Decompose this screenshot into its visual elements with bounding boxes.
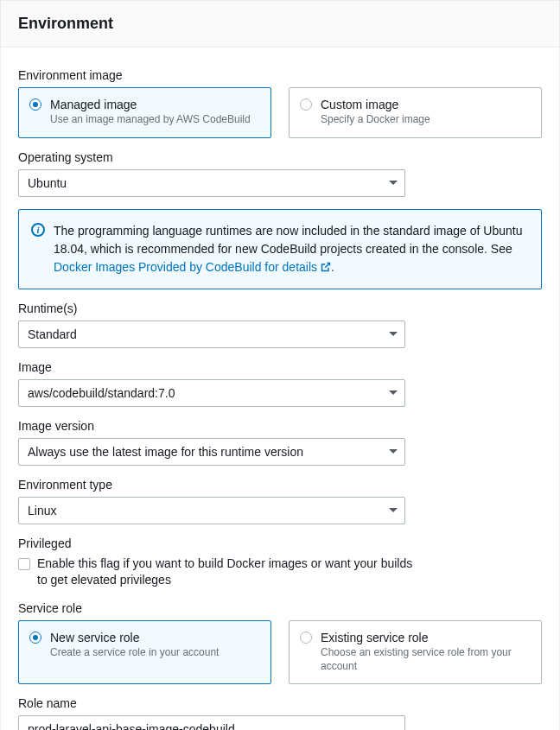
custom-image-desc: Specify a Docker image <box>321 113 430 127</box>
env-type-value: Linux <box>28 504 56 517</box>
managed-image-title: Managed image <box>50 97 251 112</box>
privileged-checkbox-row: Enable this flag if you want to build Do… <box>18 555 542 589</box>
privileged-group: Privileged Enable this flag if you want … <box>18 536 542 589</box>
runtime-value: Standard <box>28 327 77 341</box>
chevron-down-icon <box>389 449 398 454</box>
image-version-label: Image version <box>18 419 542 433</box>
os-select[interactable]: Ubuntu <box>18 169 405 197</box>
chevron-down-icon <box>389 390 398 395</box>
existing-service-role-title: Existing service role <box>321 630 531 645</box>
image-version-select[interactable]: Always use the latest image for this run… <box>18 438 405 466</box>
existing-service-role-desc: Choose an existing service role from you… <box>321 646 531 673</box>
chevron-down-icon <box>389 332 398 336</box>
role-name-group: Role name Type your service role name <box>18 696 542 730</box>
role-name-label: Role name <box>18 696 542 710</box>
custom-image-radio[interactable]: Custom image Specify a Docker image <box>289 87 542 138</box>
managed-image-desc: Use an image managed by AWS CodeBuild <box>50 113 251 127</box>
external-link-icon <box>321 262 331 272</box>
os-group: Operating system Ubuntu <box>18 150 542 197</box>
environment-panel: Environment Environment image Managed im… <box>0 0 560 730</box>
service-role-radio-row: New service role Create a service role i… <box>18 620 542 684</box>
env-type-select[interactable]: Linux <box>18 497 405 524</box>
role-name-input[interactable] <box>18 715 405 730</box>
runtime-group: Runtime(s) Standard <box>18 302 542 348</box>
radio-icon <box>300 98 312 111</box>
chevron-down-icon <box>389 508 398 512</box>
new-service-role-title: New service role <box>50 630 219 645</box>
env-type-group: Environment type Linux <box>18 478 542 524</box>
env-type-label: Environment type <box>18 478 542 492</box>
service-role-label: Service role <box>18 601 542 615</box>
os-label: Operating system <box>18 150 542 164</box>
image-value: aws/codebuild/standard:7.0 <box>28 386 175 400</box>
radio-icon <box>29 98 41 111</box>
managed-image-radio[interactable]: Managed image Use an image managed by AW… <box>18 87 271 138</box>
panel-title: Environment <box>18 15 542 33</box>
image-select[interactable]: aws/codebuild/standard:7.0 <box>18 379 405 407</box>
image-version-group: Image version Always use the latest imag… <box>18 419 542 466</box>
runtime-label: Runtime(s) <box>18 302 542 315</box>
radio-icon <box>300 632 312 644</box>
existing-service-role-radio[interactable]: Existing service role Choose an existing… <box>289 620 542 684</box>
image-label: Image <box>18 360 542 374</box>
runtime-select[interactable]: Standard <box>18 321 405 348</box>
info-icon: i <box>31 223 45 237</box>
info-text: The programming language runtimes are no… <box>54 222 527 276</box>
panel-body: Environment image Managed image Use an i… <box>1 48 559 730</box>
environment-image-radio-row: Managed image Use an image managed by AW… <box>18 87 542 138</box>
environment-image-label: Environment image <box>18 68 542 82</box>
privileged-label: Privileged <box>18 536 542 550</box>
docker-images-link[interactable]: Docker Images Provided by CodeBuild for … <box>54 260 331 274</box>
custom-image-title: Custom image <box>321 97 430 112</box>
panel-header: Environment <box>1 1 559 48</box>
info-alert: i The programming language runtimes are … <box>18 209 542 289</box>
new-service-role-desc: Create a service role in your account <box>50 646 219 660</box>
environment-image-group: Environment image Managed image Use an i… <box>18 68 542 138</box>
image-version-value: Always use the latest image for this run… <box>28 445 303 459</box>
radio-icon <box>29 632 41 644</box>
new-service-role-radio[interactable]: New service role Create a service role i… <box>18 620 271 684</box>
os-value: Ubuntu <box>28 176 67 190</box>
privileged-checkbox[interactable] <box>18 558 30 570</box>
image-group: Image aws/codebuild/standard:7.0 <box>18 360 542 407</box>
privileged-desc: Enable this flag if you want to build Do… <box>37 555 417 589</box>
service-role-group: Service role New service role Create a s… <box>18 601 542 684</box>
chevron-down-icon <box>389 181 398 185</box>
